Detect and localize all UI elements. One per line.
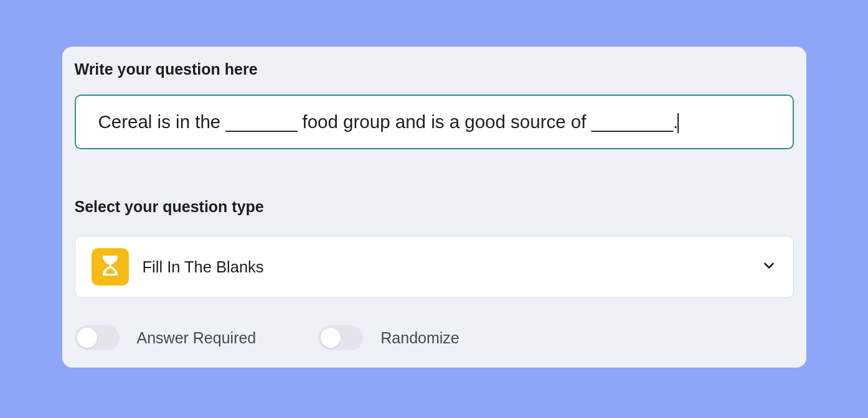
randomize-label: Randomize bbox=[380, 329, 459, 347]
question-input[interactable]: Cereal is in the _______ food group and … bbox=[75, 95, 794, 149]
hourglass-icon bbox=[101, 254, 120, 279]
answer-required-label: Answer Required bbox=[137, 329, 257, 347]
question-type-dropdown[interactable]: Fill In The Blanks bbox=[75, 236, 794, 298]
answer-required-group: Answer Required bbox=[75, 325, 257, 350]
question-input-text: Cereal is in the _______ food group and … bbox=[98, 111, 679, 132]
toggle-knob bbox=[77, 328, 97, 348]
question-input-label: Write your question here bbox=[75, 60, 794, 78]
text-cursor bbox=[677, 113, 679, 133]
toggles-row: Answer Required Randomize bbox=[75, 325, 794, 350]
question-editor-card: Write your question here Cereal is in th… bbox=[62, 47, 806, 368]
question-type-icon-box bbox=[92, 248, 129, 286]
question-type-selected: Fill In The Blanks bbox=[143, 258, 747, 276]
toggle-knob bbox=[321, 328, 341, 348]
question-type-label: Select your question type bbox=[75, 198, 794, 216]
chevron-down-icon bbox=[761, 258, 777, 276]
randomize-group: Randomize bbox=[318, 325, 459, 350]
answer-required-toggle[interactable] bbox=[75, 325, 120, 350]
randomize-toggle[interactable] bbox=[318, 325, 363, 350]
question-input-wrap: Cereal is in the _______ food group and … bbox=[75, 95, 794, 149]
